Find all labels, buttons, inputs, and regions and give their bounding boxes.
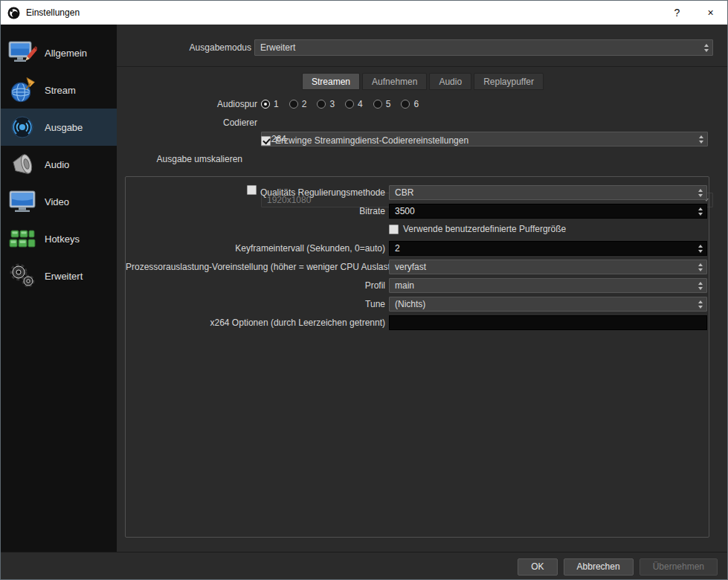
sidebar-item-erweitert[interactable]: Erweitert — [1, 257, 117, 294]
sidebar-item-label: Video — [45, 196, 69, 207]
sidebar-item-label: Stream — [45, 85, 76, 96]
audio-icon — [7, 149, 38, 180]
radio-icon — [289, 100, 298, 109]
output-mode-select[interactable]: Erweitert — [254, 39, 713, 56]
enforce-encoder-checkbox[interactable] — [261, 136, 271, 146]
close-button[interactable]: × — [694, 1, 727, 25]
sidebar-item-hotkeys[interactable]: Hotkeys — [1, 220, 117, 257]
sidebar-item-label: Ausgabe — [45, 122, 83, 133]
audio-track-radio-group: 1 2 3 4 5 6 — [261, 97, 419, 112]
audio-track-radio-4[interactable]: 4 — [345, 99, 363, 109]
profile-select[interactable]: main — [389, 278, 707, 293]
radio-icon — [345, 100, 354, 109]
x264-options-label: x264 Optionen (durch Leerzeichen getrenn… — [126, 315, 385, 330]
enforce-encoder-label: Erzwinge Streamingdienst-Codierereinstel… — [275, 135, 468, 146]
radio-icon — [317, 100, 326, 109]
tab-streamen[interactable]: Streamen — [302, 73, 360, 90]
spinner-arrows-icon[interactable] — [695, 204, 705, 218]
video-icon — [7, 186, 38, 217]
tab-audio[interactable]: Audio — [429, 73, 471, 90]
encoder-settings-group: Qualitäts Regulierungsmethode CBR Bitrat… — [125, 176, 709, 538]
custom-buffer-checkbox[interactable] — [389, 225, 399, 234]
bitrate-spinbox[interactable]: 3500 — [389, 204, 707, 219]
window-title: Einstellungen — [26, 7, 660, 18]
radio-icon — [401, 100, 410, 109]
spinner-arrows-icon[interactable] — [696, 132, 706, 146]
output-mode-label: Ausgabemodus — [117, 39, 251, 56]
sidebar-item-allgemein[interactable]: Allgemein — [1, 34, 117, 71]
cpu-preset-select[interactable]: veryfast — [389, 260, 707, 274]
audio-track-radio-5[interactable]: 5 — [373, 99, 391, 109]
sidebar-item-label: Hotkeys — [45, 233, 80, 245]
cpu-preset-label: Prozessorauslastung-Voreinstellung (höhe… — [126, 260, 385, 274]
rate-control-select[interactable]: CBR — [389, 185, 707, 200]
sidebar-item-label: Audio — [45, 159, 69, 170]
settings-main-panel: Ausgabemodus Erweitert Streamen Aufnehme… — [117, 25, 728, 552]
sidebar-item-ausgabe[interactable]: Ausgabe — [1, 109, 117, 146]
settings-sidebar: Allgemein Stream — [1, 25, 117, 552]
spinner-arrows-icon[interactable] — [695, 242, 705, 255]
spinner-arrows-icon[interactable] — [695, 279, 705, 292]
audio-track-radio-3[interactable]: 3 — [317, 99, 335, 109]
obs-logo-icon — [7, 7, 20, 19]
encoder-label: Codierer — [117, 115, 257, 130]
custom-buffer-label: Verwende benutzerdefinierte Puffergröße — [403, 224, 566, 234]
spinner-arrows-icon[interactable] — [695, 260, 705, 274]
keyframe-interval-label: Keyframeintervall (Sekunden, 0=auto) — [126, 241, 385, 256]
rate-control-label: Qualitäts Regulierungsmethode — [126, 185, 385, 200]
apply-button: Übernehmen — [640, 558, 718, 576]
help-button[interactable]: ? — [660, 1, 694, 25]
x264-options-input[interactable] — [389, 315, 707, 330]
bitrate-label: Bitrate — [126, 204, 385, 219]
ok-button[interactable]: OK — [518, 558, 557, 576]
settings-window: Einstellungen ? × Allg — [0, 0, 728, 580]
output-mode-value: Erweitert — [260, 42, 295, 53]
sidebar-item-stream[interactable]: Stream — [1, 71, 117, 109]
audio-track-radio-1[interactable]: 1 — [261, 99, 279, 109]
spinner-arrows-icon[interactable] — [695, 297, 705, 311]
audio-track-label: Audiospur — [117, 97, 257, 112]
audio-track-radio-2[interactable]: 2 — [289, 99, 307, 109]
tab-replaypuffer[interactable]: Replaypuffer — [474, 73, 544, 90]
audio-track-radio-6[interactable]: 6 — [401, 99, 419, 109]
output-icon — [7, 112, 38, 143]
titlebar: Einstellungen ? × — [1, 1, 727, 25]
sidebar-item-label: Erweitert — [45, 271, 83, 282]
divider — [117, 66, 728, 67]
tune-select[interactable]: (Nichts) — [389, 297, 707, 312]
sidebar-item-video[interactable]: Video — [1, 183, 117, 220]
tune-label: Tune — [126, 297, 385, 312]
keyframe-interval-spinbox[interactable]: 2 — [389, 241, 707, 256]
stream-icon — [7, 74, 38, 106]
profile-label: Profil — [126, 278, 385, 293]
sidebar-item-audio[interactable]: Audio — [1, 146, 117, 183]
tab-aufnehmen[interactable]: Aufnehmen — [362, 73, 427, 90]
dialog-footer: OK Abbrechen Übernehmen — [1, 552, 727, 580]
radio-icon — [261, 100, 270, 109]
radio-icon — [373, 100, 382, 109]
enforce-encoder-row: Erzwinge Streamingdienst-Codierereinstel… — [261, 135, 468, 146]
rescale-label: Ausgabe umskalieren — [117, 152, 242, 167]
custom-buffer-row: Verwende benutzerdefinierte Puffergröße — [389, 224, 566, 234]
advanced-icon — [7, 260, 38, 291]
general-icon — [7, 37, 38, 68]
spinner-arrows-icon[interactable] — [701, 40, 711, 55]
spinner-arrows-icon[interactable] — [695, 186, 705, 199]
hotkeys-icon — [7, 223, 38, 254]
output-tabbar: Streamen Aufnehmen Audio Replaypuffer — [117, 72, 728, 90]
sidebar-item-label: Allgemein — [45, 48, 87, 59]
cancel-button[interactable]: Abbrechen — [564, 558, 634, 576]
